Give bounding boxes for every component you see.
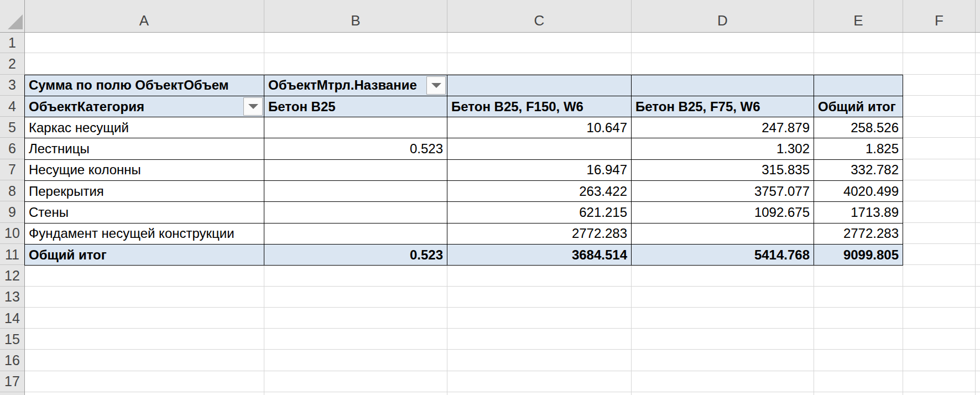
value-cell[interactable]: 1713.89 [814,202,903,223]
row-header-14[interactable]: 14 [0,308,24,329]
row-header-9[interactable]: 9 [0,201,24,222]
row-header-11[interactable]: 11 [0,244,24,265]
row-label-cell[interactable]: Перекрытия [25,181,264,202]
column-item-header[interactable]: Бетон B25, F150, W6 [447,96,632,117]
column-header-f[interactable]: F [903,0,975,32]
row-header-1[interactable]: 1 [0,32,24,53]
value-cell[interactable]: 0.523 [264,138,447,159]
select-all-corner[interactable] [0,0,24,32]
row-header-15[interactable]: 15 [0,329,24,350]
value-cell[interactable]: 258.526 [814,117,903,138]
row-field-cell[interactable]: ОбъектКатегория [25,96,264,117]
row-label-cell[interactable]: Каркас несущий [25,117,264,138]
value-cell[interactable]: 1092.675 [632,202,814,223]
gridline [975,32,976,395]
empty-header-cell-d3[interactable] [632,75,814,96]
value-cell[interactable] [264,202,447,223]
grand-total-value-cell[interactable]: 5414.768 [632,245,814,266]
value-cell[interactable]: 16.947 [447,160,632,181]
row-header-16[interactable]: 16 [0,350,24,371]
row-header-6[interactable]: 6 [0,138,24,159]
column-item-header[interactable]: Бетон B25, F75, W6 [632,96,814,117]
column-header-b[interactable]: B [264,0,447,32]
grand-total-column-header[interactable]: Общий итог [814,96,903,117]
column-header-d[interactable]: D [631,0,814,32]
header-bottom-border [0,32,980,33]
row-header-2[interactable]: 2 [0,53,24,74]
column-header-a[interactable]: A [24,0,264,32]
column-field-label: ОбъектМтрл.Название [268,77,417,93]
column-header-e[interactable]: E [814,0,903,32]
pivot-table: Сумма по полю ОбъектОбъем ОбъектМтрл.Наз… [24,75,903,266]
spreadsheet: A B C D E F 1 2 3 4 5 6 7 8 9 10 11 12 1… [0,0,980,395]
row-header-17[interactable]: 17 [0,371,24,392]
row-header-3[interactable]: 3 [0,75,24,96]
value-cell[interactable]: 10.647 [447,117,632,138]
value-cell[interactable] [447,138,632,159]
column-field-filter-button[interactable] [426,76,446,95]
row-field-filter-button[interactable] [243,97,263,116]
value-cell[interactable] [264,224,447,245]
column-field-cell[interactable]: ОбъектМтрл.Название [264,75,447,96]
row-label-cell[interactable]: Лестницы [25,138,264,159]
value-cell[interactable]: 2772.283 [814,224,903,245]
row-header-12[interactable]: 12 [0,265,24,286]
value-field-label-cell[interactable]: Сумма по полю ОбъектОбъем [25,75,264,96]
value-cell[interactable] [264,160,447,181]
value-cell[interactable]: 3757.077 [632,181,814,202]
value-cell[interactable] [632,224,814,245]
chevron-down-icon [248,104,258,109]
value-cell[interactable]: 4020.499 [814,181,903,202]
column-item-header[interactable]: Бетон B25 [264,96,447,117]
value-cell[interactable] [264,181,447,202]
value-cell[interactable]: 315.835 [632,160,814,181]
row-field-label: ОбъектКатегория [29,99,144,115]
value-cell[interactable] [264,117,447,138]
row-header-5[interactable]: 5 [0,117,24,138]
select-all-triangle-icon [8,14,23,29]
empty-header-cell-e3[interactable] [814,75,903,96]
value-cell[interactable]: 332.782 [814,160,903,181]
row-header-10[interactable]: 10 [0,223,24,244]
row-header-4[interactable]: 4 [0,96,24,117]
value-cell[interactable]: 1.302 [632,138,814,159]
column-header-partial [975,0,980,32]
column-header-c[interactable]: C [447,0,631,32]
row-header-7[interactable]: 7 [0,159,24,180]
row-header-13[interactable]: 13 [0,287,24,308]
grand-total-value-cell[interactable]: 9099.805 [814,245,903,266]
value-cell[interactable]: 263.422 [447,181,632,202]
value-cell[interactable]: 2772.283 [447,224,632,245]
grand-total-label-cell[interactable]: Общий итог [25,245,264,266]
grand-total-value-cell[interactable]: 3684.514 [447,245,632,266]
value-cell[interactable]: 1.825 [814,138,903,159]
row-label-cell[interactable]: Фундамент несущей конструкции [25,224,264,245]
value-cell[interactable]: 621.215 [447,202,632,223]
row-header-8[interactable]: 8 [0,180,24,201]
row-label-cell[interactable]: Несущие колонны [25,160,264,181]
value-cell[interactable]: 247.879 [632,117,814,138]
empty-header-cell-c3[interactable] [447,75,632,96]
chevron-down-icon [431,83,441,88]
row-label-cell[interactable]: Стены [25,202,264,223]
grand-total-value-cell[interactable]: 0.523 [264,245,447,266]
